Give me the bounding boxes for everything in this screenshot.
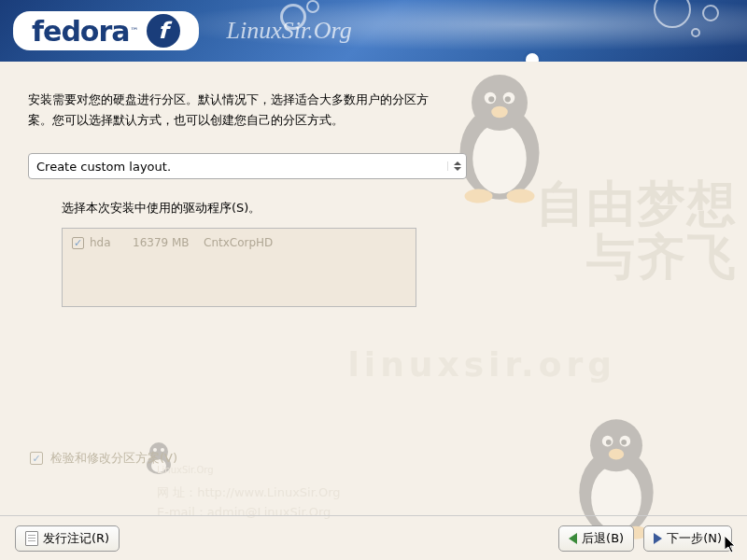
review-checkbox-label: 检验和修改分区方案(V) xyxy=(50,450,177,467)
bubble-decoration xyxy=(691,28,700,37)
svg-point-13 xyxy=(602,436,613,447)
dropdown-spinner-icon xyxy=(447,161,462,171)
drive-name: hda xyxy=(90,236,127,249)
svg-point-15 xyxy=(606,440,612,445)
next-button[interactable]: 下一步(N) xyxy=(643,525,732,552)
review-partition-checkbox-row: ✓ 检验和修改分区方案(V) xyxy=(30,450,177,467)
svg-point-17 xyxy=(609,449,624,460)
drive-list[interactable]: ✓ hda 16379 MB CntxCorpHD xyxy=(62,228,416,307)
banner-header: fedora ™ f LinuxSir.Org xyxy=(0,0,747,62)
release-notes-label: 发行注记(R) xyxy=(43,530,109,547)
svg-point-16 xyxy=(621,440,627,445)
main-content: 安装需要对您的硬盘进行分区。默认情况下，选择适合大多数用户的分区方案。您可以选择… xyxy=(0,62,747,307)
release-notes-button[interactable]: 发行注记(R) xyxy=(15,525,120,552)
bubble-decoration xyxy=(306,0,319,13)
fedora-wordmark: fedora xyxy=(32,15,130,48)
dropdown-selected-value: Create custom layout. xyxy=(36,160,447,174)
watermark-contact: LinuxSir.Org 网 址：http://www.LinuxSir.Org… xyxy=(157,463,341,523)
next-button-label: 下一步(N) xyxy=(667,530,722,547)
partition-description: 安装需要对您的硬盘进行分区。默认情况下，选择适合大多数用户的分区方案。您可以选择… xyxy=(28,90,439,131)
drive-selection-label: 选择本次安装中使用的驱动程序(S)。 xyxy=(62,200,719,217)
fedora-logo: fedora ™ f xyxy=(13,11,199,50)
trademark-symbol: ™ xyxy=(131,26,139,35)
back-button-label: 后退(B) xyxy=(582,530,624,547)
footer-button-bar: 发行注记(R) 后退(B) 下一步(N) xyxy=(0,515,747,560)
drive-model: CntxCorpHD xyxy=(204,236,273,249)
bubble-decoration xyxy=(654,0,691,28)
linuxsir-wordmark: LinuxSir.Org xyxy=(227,17,352,45)
mouse-cursor-icon xyxy=(725,536,740,554)
document-icon xyxy=(25,531,38,546)
bubble-decoration xyxy=(523,50,542,62)
bubble-decoration xyxy=(702,5,719,21)
review-checkbox: ✓ xyxy=(30,452,43,465)
drive-size: 16379 MB xyxy=(133,236,198,249)
drive-selection-section: 选择本次安装中使用的驱动程序(S)。 ✓ hda 16379 MB CntxCo… xyxy=(62,200,719,307)
drive-checkbox[interactable]: ✓ xyxy=(72,237,84,249)
arrow-right-icon xyxy=(654,533,662,544)
fedora-f-icon: f xyxy=(147,14,180,48)
arrow-left-icon xyxy=(569,533,577,544)
svg-point-14 xyxy=(620,436,631,447)
partition-scheme-dropdown[interactable]: Create custom layout. xyxy=(28,153,467,179)
watermark-url: linuxsir.org xyxy=(348,345,616,384)
drive-list-item[interactable]: ✓ hda 16379 MB CntxCorpHD xyxy=(72,236,406,249)
svg-point-12 xyxy=(590,419,642,471)
back-button[interactable]: 后退(B) xyxy=(558,525,634,552)
